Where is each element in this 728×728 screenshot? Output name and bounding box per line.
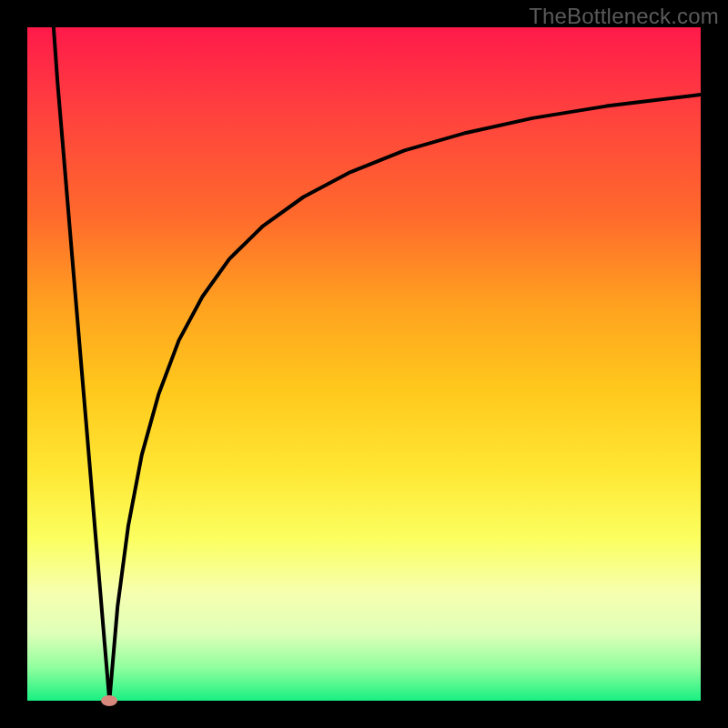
plot-area: [27, 27, 701, 701]
watermark-text: TheBottleneck.com: [529, 4, 719, 29]
minimum-marker: [101, 695, 117, 706]
chart-frame: TheBottleneck.com: [0, 0, 728, 728]
bottleneck-curve: [27, 27, 701, 701]
